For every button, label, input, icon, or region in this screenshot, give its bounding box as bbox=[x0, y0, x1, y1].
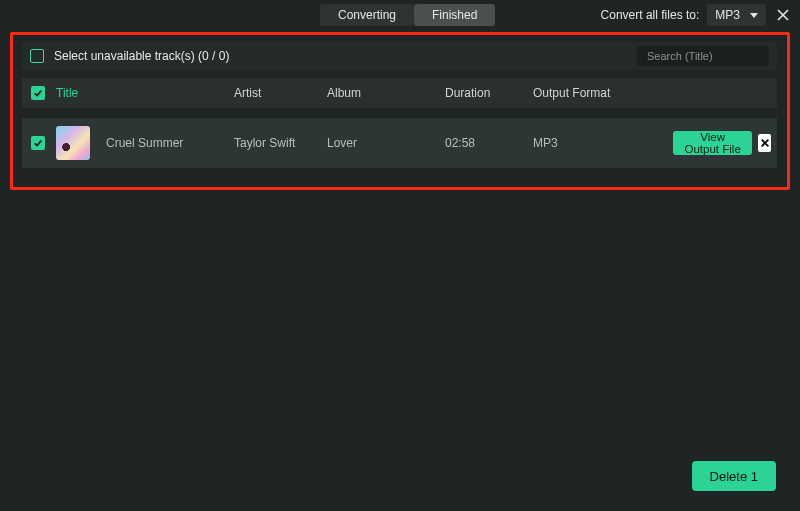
track-artist: Taylor Swift bbox=[234, 136, 295, 150]
col-duration[interactable]: Duration bbox=[445, 86, 490, 100]
remove-row-button[interactable] bbox=[758, 134, 771, 152]
track-album: Lover bbox=[327, 136, 357, 150]
track-duration: 02:58 bbox=[445, 136, 475, 150]
col-title[interactable]: Title bbox=[56, 86, 78, 100]
close-button[interactable] bbox=[774, 6, 792, 24]
tab-finished[interactable]: Finished bbox=[414, 4, 495, 26]
col-format[interactable]: Output Format bbox=[533, 86, 610, 100]
select-unavailable-label: Select unavailable track(s) (0 / 0) bbox=[54, 49, 229, 63]
list-toolbar: Select unavailable track(s) (0 / 0) bbox=[22, 42, 777, 70]
tab-converting[interactable]: Converting bbox=[320, 4, 414, 26]
delete-button[interactable]: Delete 1 bbox=[692, 461, 776, 491]
close-icon bbox=[777, 9, 789, 21]
close-icon bbox=[760, 138, 770, 148]
main-tabs: Converting Finished bbox=[320, 4, 495, 26]
row-checkbox[interactable] bbox=[31, 136, 45, 150]
search-input[interactable] bbox=[647, 50, 785, 62]
output-format-dropdown[interactable]: MP3 bbox=[707, 4, 766, 26]
table-header: Title Artist Album Duration Output Forma… bbox=[22, 78, 777, 108]
track-format: MP3 bbox=[533, 136, 558, 150]
topbar-right: Convert all files to: MP3 bbox=[601, 4, 792, 26]
col-artist[interactable]: Artist bbox=[234, 86, 261, 100]
search-field[interactable] bbox=[637, 46, 769, 66]
select-unavailable-checkbox[interactable] bbox=[30, 49, 44, 63]
check-icon bbox=[33, 88, 43, 98]
convert-all-label: Convert all files to: bbox=[601, 8, 700, 22]
col-album[interactable]: Album bbox=[327, 86, 361, 100]
chevron-down-icon bbox=[750, 13, 758, 18]
table-row: Cruel Summer Taylor Swift Lover 02:58 MP… bbox=[22, 118, 777, 168]
track-title: Cruel Summer bbox=[106, 136, 183, 150]
view-output-file-button[interactable]: View Output File bbox=[673, 131, 752, 155]
check-icon bbox=[33, 138, 43, 148]
output-format-value: MP3 bbox=[715, 8, 740, 22]
album-art-thumbnail bbox=[56, 126, 90, 160]
select-all-checkbox[interactable] bbox=[31, 86, 45, 100]
